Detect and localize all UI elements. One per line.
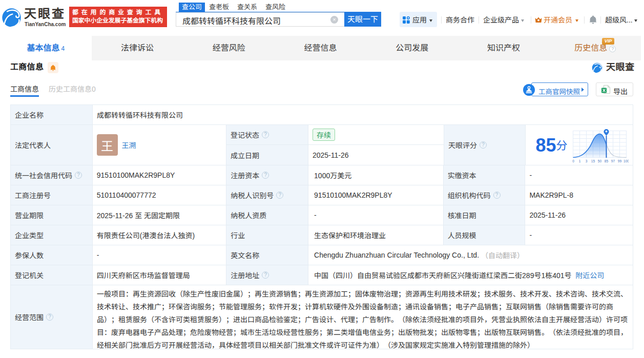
svg-text:97: 97 <box>611 159 615 163</box>
svg-text:15: 15 <box>591 159 595 163</box>
svg-text:0: 0 <box>572 159 574 163</box>
svg-text:1: 1 <box>578 159 580 163</box>
svg-text:85: 85 <box>604 159 608 163</box>
svg-text:99: 99 <box>617 159 621 163</box>
svg-text:100: 100 <box>624 159 629 163</box>
svg-text:50: 50 <box>597 159 601 163</box>
svg-text:3: 3 <box>585 159 587 163</box>
